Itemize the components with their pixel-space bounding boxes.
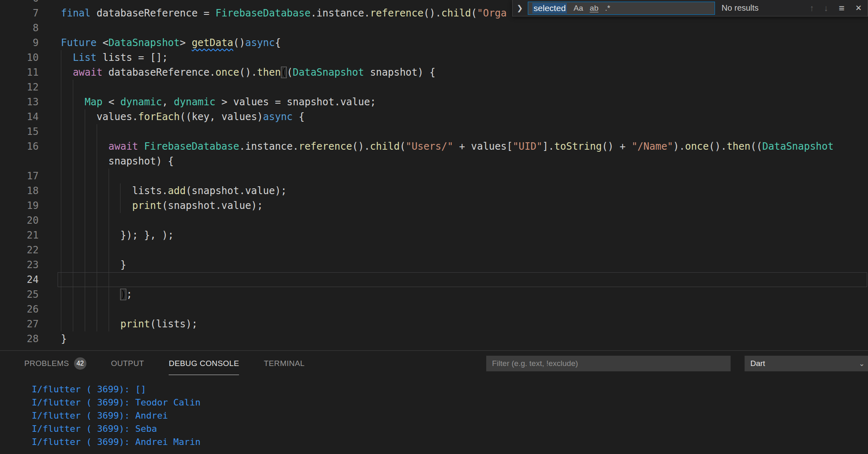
line-number[interactable]: 25 [0, 287, 61, 302]
close-find-icon[interactable]: ✕ [855, 3, 862, 13]
debug-console-output[interactable]: I/flutter ( 3699): []I/flutter ( 3699): … [0, 376, 868, 449]
code-content[interactable]: } [61, 331, 868, 346]
indent-guide [73, 228, 85, 243]
code-token: DataSnapshot [293, 67, 364, 78]
console-line: I/flutter ( 3699): Andrei Marin [32, 435, 868, 449]
line-number[interactable]: 20 [0, 213, 61, 228]
console-filter-input[interactable] [486, 356, 731, 371]
code-content[interactable]: await databaseReference.once().then((Dat… [61, 65, 868, 80]
indent-guide [85, 243, 97, 257]
find-in-selection-toggle-icon[interactable]: ≡ [839, 2, 845, 14]
panel-tab-problems[interactable]: PROBLEMS42 [24, 351, 86, 376]
code-line-20: 20 [0, 213, 868, 228]
indent-guide [85, 302, 97, 317]
code-token: await [109, 141, 138, 152]
line-number[interactable]: 13 [0, 95, 61, 109]
console-language-select[interactable]: Dart ⌄ [745, 356, 868, 371]
code-token: { [293, 111, 305, 123]
line-number[interactable]: 11 [0, 65, 61, 80]
code-content[interactable] [61, 213, 868, 228]
code-text: snapshot) { [109, 154, 174, 169]
find-results-status: No results [722, 3, 759, 13]
regex-toggle-icon[interactable]: .* [605, 4, 610, 13]
code-content[interactable] [61, 272, 868, 287]
indent-guide [85, 213, 97, 228]
code-content[interactable]: }); }, ); [61, 228, 868, 243]
code-token: ( [281, 67, 287, 78]
line-number[interactable]: 10 [0, 50, 61, 65]
code-line-8: 8 [0, 21, 868, 35]
code-content[interactable]: await FirebaseDatabase.instance.referenc… [61, 139, 868, 154]
line-number[interactable]: 8 [0, 21, 61, 35]
code-token: toString [554, 141, 602, 152]
code-token: } [120, 259, 126, 271]
match-case-toggle-icon[interactable]: Aa [573, 4, 583, 13]
code-text: values.forEach((key, values)async { [97, 109, 305, 124]
line-number[interactable]: 9 [0, 35, 61, 50]
line-number[interactable]: 28 [0, 331, 61, 346]
code-content[interactable]: List lists = []; [61, 50, 868, 65]
previous-match-button[interactable]: ↑ [810, 3, 814, 13]
line-number[interactable]: 17 [0, 169, 61, 183]
line-number[interactable]: 19 [0, 198, 61, 213]
indent-guide [73, 139, 85, 154]
indent-guide [85, 228, 97, 243]
code-content[interactable] [61, 80, 868, 95]
code-content[interactable]: } [61, 257, 868, 272]
find-input[interactable]: selected Aa ab .* [528, 2, 715, 15]
code-content[interactable] [61, 124, 868, 139]
code-editor[interactable]: 67final databaseReference = FirebaseData… [0, 0, 868, 350]
toggle-replace-chevron-icon[interactable]: ❯ [517, 4, 523, 13]
line-number[interactable]: 7 [0, 6, 61, 21]
code-text: print(snapshot.value); [132, 198, 263, 213]
code-content[interactable]: ); [61, 287, 868, 302]
code-token: (( [750, 141, 762, 152]
code-token: (). [352, 141, 370, 152]
line-number[interactable]: 6 [0, 0, 61, 6]
indent-guide [97, 257, 109, 272]
code-text: lists.add(snapshot.value); [132, 183, 287, 198]
indent-guide [97, 287, 109, 302]
next-match-button[interactable]: ↓ [824, 3, 829, 13]
code-content[interactable]: values.forEach((key, values)async { [61, 109, 868, 124]
code-content[interactable] [61, 243, 868, 257]
code-content[interactable] [61, 21, 868, 35]
code-content[interactable]: Future <DataSnapshot> getData()async{ [61, 35, 868, 50]
line-number[interactable]: 22 [0, 243, 61, 257]
code-content[interactable]: print(snapshot.value); [61, 198, 868, 213]
line-number[interactable]: 27 [0, 317, 61, 331]
code-content[interactable]: Map < dynamic, dynamic > values = snapsh… [61, 95, 868, 109]
code-content[interactable] [61, 169, 868, 183]
code-text: } [61, 331, 67, 346]
code-content[interactable]: snapshot) { [61, 154, 868, 169]
line-number[interactable]: 14 [0, 109, 61, 124]
code-token: ]. [542, 141, 554, 152]
code-content[interactable] [61, 302, 868, 317]
line-number[interactable]: 16 [0, 139, 61, 154]
line-number[interactable]: 24 [0, 272, 61, 287]
code-content[interactable]: print(lists); [61, 317, 868, 331]
indent-guide [97, 154, 109, 169]
code-token: }); }, ); [120, 229, 174, 241]
code-line-27: 27print(lists); [0, 317, 868, 331]
line-number[interactable] [0, 154, 61, 169]
bottom-panel: PROBLEMS42OUTPUTDEBUG CONSOLETERMINAL Da… [0, 350, 868, 454]
code-content[interactable]: lists.add(snapshot.value); [61, 183, 868, 198]
whole-word-toggle-icon[interactable]: ab [590, 4, 599, 13]
line-number[interactable]: 23 [0, 257, 61, 272]
indent-guide [73, 80, 85, 95]
line-number[interactable]: 26 [0, 302, 61, 317]
indent-guide [85, 257, 97, 272]
line-number[interactable]: 21 [0, 228, 61, 243]
indent-guide [97, 228, 109, 243]
line-number[interactable]: 15 [0, 124, 61, 139]
panel-tab-output[interactable]: OUTPUT [111, 351, 144, 376]
indent-guide [61, 65, 73, 80]
line-number[interactable]: 12 [0, 80, 61, 95]
panel-tab-terminal[interactable]: TERMINAL [264, 351, 304, 376]
panel-tab-debug-console[interactable]: DEBUG CONSOLE [169, 351, 239, 376]
line-number[interactable]: 18 [0, 183, 61, 198]
code-token: (). [239, 67, 257, 78]
code-token: "UID" [513, 141, 542, 152]
code-token: { [275, 37, 281, 49]
